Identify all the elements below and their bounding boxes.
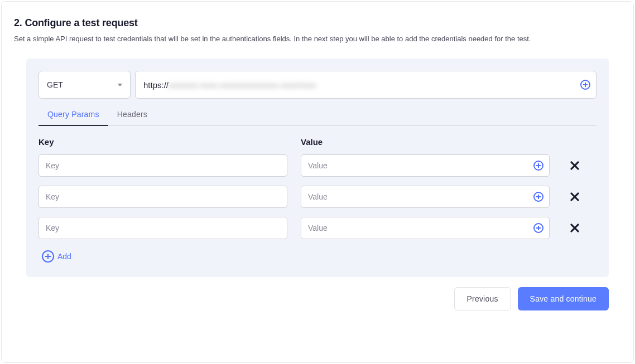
key-input[interactable]	[46, 192, 281, 201]
tabs: Query Params Headers	[39, 104, 596, 126]
section-title: 2. Configure a test request	[14, 17, 621, 29]
plus-circle-icon[interactable]	[533, 192, 543, 202]
key-input[interactable]	[46, 224, 281, 232]
url-input[interactable]: https://xxxxxxx-xxxx.xxxxxxxxxxxxxx.xxxx…	[143, 80, 580, 90]
column-value-header: Value	[301, 137, 596, 147]
key-input-wrap[interactable]	[39, 186, 287, 208]
close-icon[interactable]	[569, 191, 581, 203]
kv-header: Key Value	[39, 137, 596, 147]
value-input[interactable]	[308, 192, 533, 201]
value-input[interactable]	[308, 161, 533, 170]
url-input-wrap[interactable]: https://xxxxxxx-xxxx.xxxxxxxxxxxxxx.xxxx…	[135, 71, 596, 99]
tab-headers[interactable]: Headers	[108, 104, 156, 125]
section-description: Set a simple API request to test credent…	[14, 35, 621, 43]
key-input-wrap[interactable]	[39, 154, 287, 177]
close-icon[interactable]	[569, 159, 581, 172]
tab-query-params[interactable]: Query Params	[39, 104, 108, 125]
http-method-label: GET	[47, 80, 63, 89]
param-row	[39, 217, 596, 239]
value-input-wrap[interactable]	[301, 217, 550, 239]
chevron-down-icon	[118, 84, 122, 86]
value-input-wrap[interactable]	[301, 154, 550, 177]
save-continue-button[interactable]: Save and continue	[518, 287, 609, 310]
http-method-select[interactable]: GET	[39, 71, 131, 99]
add-label: Add	[57, 252, 71, 261]
param-row	[39, 154, 596, 177]
column-key-header: Key	[39, 137, 301, 147]
value-input[interactable]	[308, 224, 533, 232]
config-card: 2. Configure a test request Set a simple…	[1, 1, 634, 363]
add-button[interactable]: Add	[39, 250, 71, 263]
key-input-wrap[interactable]	[39, 217, 287, 239]
url-prefix: https://	[143, 80, 169, 90]
plus-circle-icon[interactable]	[533, 161, 543, 171]
plus-circle-icon	[42, 250, 54, 263]
key-input[interactable]	[46, 161, 281, 170]
value-input-wrap[interactable]	[301, 186, 550, 208]
request-panel: GET https://xxxxxxx-xxxx.xxxxxxxxxxxxxx.…	[26, 59, 609, 277]
footer: Previous Save and continue	[26, 287, 609, 310]
previous-button[interactable]: Previous	[454, 287, 511, 310]
param-row	[39, 186, 596, 208]
url-obscured: xxxxxxx-xxxx.xxxxxxxxxxxxxx.xxxx/xxxx	[169, 80, 316, 90]
plus-circle-icon[interactable]	[533, 223, 543, 233]
close-icon[interactable]	[569, 222, 581, 234]
plus-circle-icon[interactable]	[580, 80, 590, 90]
url-row: GET https://xxxxxxx-xxxx.xxxxxxxxxxxxxx.…	[39, 71, 596, 99]
